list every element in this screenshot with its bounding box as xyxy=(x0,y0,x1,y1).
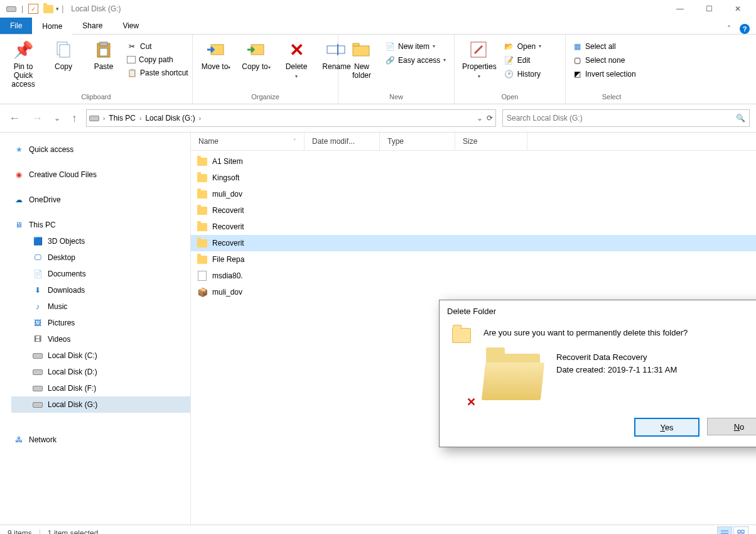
tab-view[interactable]: View xyxy=(112,18,149,34)
easy-access-button[interactable]: 🔗Easy access ▾ xyxy=(384,55,447,66)
copy-path-button[interactable]: Copy path xyxy=(126,55,190,65)
address-dropdown-icon[interactable]: ⌄ xyxy=(477,114,483,123)
file-row[interactable]: msdia80. xyxy=(191,268,756,284)
history-icon: 🕑 xyxy=(504,69,514,79)
chevron-right-icon[interactable]: › xyxy=(103,115,105,122)
properties-button[interactable]: Properties▾ xyxy=(460,37,499,81)
collapse-ribbon-icon[interactable]: ˄ xyxy=(727,25,731,33)
file-row[interactable]: Recoverit xyxy=(191,202,756,219)
pc-icon: 🖥 xyxy=(14,220,24,230)
file-row[interactable]: 📦muli_dov xyxy=(191,284,756,300)
help-icon[interactable]: ? xyxy=(740,24,750,34)
sidebar-item-downloads[interactable]: ⬇Downloads xyxy=(11,282,190,298)
tab-file[interactable]: File xyxy=(0,18,32,34)
dropdown-icon[interactable]: ▾ xyxy=(56,6,59,12)
divider xyxy=(40,529,40,534)
folder-icon xyxy=(197,222,207,232)
breadcrumb-this-pc[interactable]: This PC xyxy=(109,114,136,123)
invert-selection-icon: ◩ xyxy=(572,69,582,79)
column-size[interactable]: Size xyxy=(455,133,527,150)
file-row[interactable]: A1 Sitem xyxy=(191,153,756,170)
folder-icon xyxy=(197,173,207,183)
folder-icon xyxy=(197,238,207,248)
ribbon-group-new: New folder 📄New item ▾ 🔗Easy access ▾ Ne… xyxy=(338,35,455,104)
column-type[interactable]: Type xyxy=(380,133,455,150)
new-folder-button[interactable]: New folder xyxy=(343,37,380,80)
maximize-button[interactable]: ☐ xyxy=(694,0,723,18)
paste-button[interactable]: Paste xyxy=(85,37,122,71)
search-icon: 🔍 xyxy=(736,114,745,123)
breadcrumb-location[interactable]: Local Disk (G:) xyxy=(145,114,195,123)
folder-icon xyxy=(197,205,207,215)
up-button[interactable]: ↑ xyxy=(69,112,80,125)
sidebar-item-this-pc[interactable]: 🖥This PC xyxy=(11,217,190,233)
delete-button[interactable]: ✕ Delete▾ xyxy=(278,37,315,81)
properties-icon xyxy=(469,40,489,60)
view-details-button[interactable] xyxy=(717,526,732,534)
sidebar-item-onedrive[interactable]: ☁OneDrive xyxy=(11,192,190,208)
copy-to-button[interactable]: Copy to▾ xyxy=(238,37,274,72)
dialog-yes-button[interactable]: Yes xyxy=(634,418,699,437)
edit-button[interactable]: 📝Edit xyxy=(503,55,543,66)
column-name[interactable]: Name˄ xyxy=(191,133,305,150)
sidebar-item-local-disk-d-[interactable]: Local Disk (D:) xyxy=(11,364,190,380)
file-name: Recoverit xyxy=(212,222,244,231)
file-row[interactable]: muli_dov xyxy=(191,186,756,202)
paste-shortcut-button[interactable]: 📋Paste shortcut xyxy=(126,67,190,79)
sidebar-item-network[interactable]: 🖧Network xyxy=(11,432,190,448)
back-button[interactable]: ← xyxy=(6,112,23,125)
sidebar-item-videos[interactable]: 🎞Videos xyxy=(11,331,190,347)
column-date[interactable]: Date modif... xyxy=(305,133,380,150)
sidebar-item-pictures[interactable]: 🖼Pictures xyxy=(11,315,190,331)
folder-preview-icon xyxy=(483,347,546,405)
move-to-button[interactable]: Move to▾ xyxy=(198,37,234,72)
close-button[interactable]: ✕ xyxy=(723,0,752,18)
sidebar-item-local-disk-c-[interactable]: Local Disk (C:) xyxy=(11,347,190,364)
file-row[interactable]: File Repa xyxy=(191,251,756,268)
dialog-no-button[interactable]: No xyxy=(707,418,756,435)
group-label-select: Select xyxy=(571,93,652,102)
sidebar-item-documents[interactable]: 📄Documents xyxy=(11,266,190,282)
address-bar[interactable]: › This PC › Local Disk (G:) › ⌄ ⟳ xyxy=(86,109,496,127)
dialog-item-date: Date created: 2019-7-1 11:31 AM xyxy=(556,364,677,376)
window-title: Local Disk (G:) xyxy=(71,4,121,13)
status-bar: 9 items 1 item selected xyxy=(0,525,756,534)
file-row[interactable]: Recoverit xyxy=(191,219,756,235)
view-large-icons-button[interactable] xyxy=(733,526,748,534)
sidebar-item-local-disk-f-[interactable]: Local Disk (F:) xyxy=(11,380,190,396)
file-row[interactable]: Recoverit xyxy=(191,235,756,251)
sidebar-item-local-disk-g-[interactable]: Local Disk (G:) xyxy=(11,396,190,413)
chevron-right-icon[interactable]: › xyxy=(199,115,201,122)
open-icon: 📂 xyxy=(504,41,514,52)
open-button[interactable]: 📂Open ▾ xyxy=(503,41,543,52)
tab-home[interactable]: Home xyxy=(32,18,72,35)
invert-selection-button[interactable]: ◩Invert selection xyxy=(571,68,637,80)
chevron-right-icon[interactable]: › xyxy=(139,115,141,122)
history-button[interactable]: 🕑History xyxy=(503,68,543,80)
new-item-button[interactable]: 📄New item ▾ xyxy=(384,41,447,52)
svg-rect-9 xyxy=(353,46,369,56)
forward-button[interactable]: → xyxy=(29,112,45,125)
select-none-button[interactable]: ▢Select none xyxy=(571,55,637,66)
search-input[interactable]: Search Local Disk (G:) 🔍 xyxy=(502,109,750,127)
tab-share[interactable]: Share xyxy=(72,18,112,34)
sidebar-item-quick-access[interactable]: ★Quick access xyxy=(11,141,190,158)
delete-icon: ✕ xyxy=(286,40,306,60)
file-row[interactable]: Kingsoft xyxy=(191,170,756,186)
checkbox-icon[interactable]: ✓ xyxy=(28,4,38,14)
sidebar-item-creative-cloud[interactable]: ◉Creative Cloud Files xyxy=(11,166,190,183)
select-all-button[interactable]: ▦Select all xyxy=(571,41,637,52)
ribbon-group-select: ▦Select all ▢Select none ◩Invert selecti… xyxy=(566,35,657,104)
sort-asc-icon: ˄ xyxy=(293,138,296,144)
sidebar-item-desktop[interactable]: 🖵Desktop xyxy=(11,249,190,266)
paste-icon xyxy=(94,40,114,60)
cut-button[interactable]: ✂Cut xyxy=(126,41,190,52)
sidebar-item-music[interactable]: ♪Music xyxy=(11,298,190,315)
sidebar-icon: 🎞 xyxy=(33,334,43,344)
sidebar-item-3d-objects[interactable]: 🟦3D Objects xyxy=(11,233,190,249)
minimize-button[interactable]: — xyxy=(666,0,694,18)
copy-button[interactable]: Copy xyxy=(45,37,82,71)
recent-locations-button[interactable]: ⌄ xyxy=(51,114,63,123)
pin-to-quick-access-button[interactable]: 📌 Pin to Quick access xyxy=(5,37,41,89)
refresh-icon[interactable]: ⟳ xyxy=(487,114,493,123)
